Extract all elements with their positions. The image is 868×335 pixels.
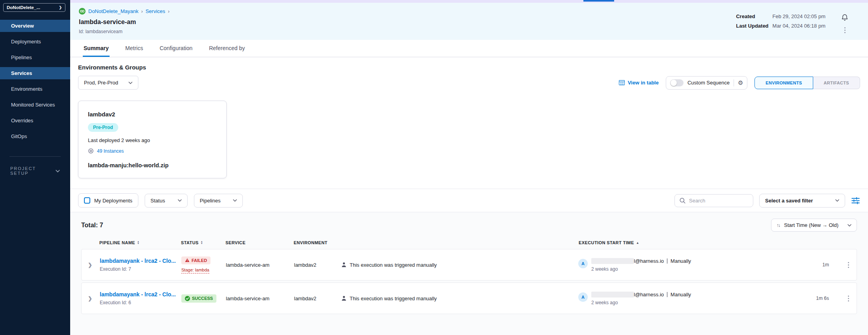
status-label: SUCCESS (192, 296, 213, 301)
instances-row: 49 Instances (88, 148, 217, 154)
status-filter-dropdown[interactable]: Status (145, 194, 188, 208)
triggered-by-line: l@harness.ioManually (591, 292, 691, 298)
updated-label: Last Updated (736, 23, 768, 29)
environments-right-controls: View in table Custom Sequence ⚙ ENVIRONM… (619, 76, 860, 90)
trigger-text: This execution was triggered manually (350, 262, 437, 268)
divider (734, 79, 734, 86)
row-service: lambda-service-am (226, 262, 294, 268)
custom-sequence-toggle[interactable] (670, 79, 684, 86)
chevron-right-icon: ❯ (59, 6, 62, 9)
segment-artifacts[interactable]: ARTIFACTS (813, 77, 860, 89)
expand-chevron-icon[interactable]: ❯ (88, 262, 92, 268)
breadcrumb-separator: › (168, 9, 170, 14)
tab-summary[interactable]: Summary (83, 40, 110, 57)
failed-stage-link[interactable]: Stage: lambda (181, 268, 209, 273)
sort-dropdown[interactable]: ↑↓ Start Time (New → Old) (771, 219, 857, 232)
project-selector[interactable]: DoNotDelete_... ❯ (3, 3, 65, 12)
segment-environments[interactable]: ENVIRONMENTS (754, 77, 813, 89)
env-artifacts-segmented-control: ENVIRONMENTS ARTIFACTS (754, 77, 860, 89)
service-id: Id: lambdaserviceam (79, 29, 170, 34)
main-content: DoNotDelete_Mayank › Services › lambda-s… (70, 0, 868, 335)
sidebar-item-overrides[interactable]: Overrides (0, 114, 70, 127)
tab-metrics[interactable]: Metrics (125, 40, 144, 57)
environments-section-title: Environments & Groups (78, 64, 860, 71)
sidebar-item-monitored-services[interactable]: Monitored Services (0, 99, 70, 111)
column-label: ENVIRONMENT (294, 240, 328, 245)
trigger-mode: Manually (671, 292, 691, 298)
my-deployments-label: My Deployments (94, 198, 132, 204)
pipeline-name-link[interactable]: lambdamayank - lrca2 - Clo... (100, 291, 179, 298)
sort-label: Start Time (New → Old) (784, 222, 838, 228)
column-execution-start-time[interactable]: EXECUTION START TIME ▲ (579, 240, 799, 245)
triggered-by-line: l@harness.ioManually (591, 258, 691, 264)
column-environment: ENVIRONMENT (294, 240, 341, 245)
sort-icon: ▲▼ (201, 241, 203, 245)
user-email: l@harness.io (634, 258, 664, 264)
avatar[interactable]: A (578, 292, 588, 302)
search-box (674, 194, 753, 207)
chevron-down-icon (848, 224, 851, 226)
environments-section: Environments & Groups Prod, Pre-Prod (70, 57, 868, 189)
row-more-menu-icon[interactable] (847, 261, 850, 269)
breadcrumb-project-link[interactable]: DoNotDelete_Mayank (88, 8, 138, 14)
redacted-username (591, 292, 634, 298)
instances-link[interactable]: 49 Instances (97, 148, 124, 154)
status-badge-failed: FAILED (181, 256, 210, 264)
page-title: lambda-service-am (79, 19, 170, 26)
breadcrumb-services-link[interactable]: Services (145, 8, 165, 14)
execution-start-info: A l@harness.ioManually 2 weeks ago (578, 258, 799, 272)
tab-referenced-by[interactable]: Referenced by (208, 40, 246, 57)
view-in-table-label: View in table (628, 80, 659, 86)
gear-icon[interactable]: ⚙ (738, 80, 743, 86)
chevron-down-icon (56, 170, 60, 172)
tab-configuration[interactable]: Configuration (159, 40, 193, 57)
column-pipeline-name[interactable]: PIPELINE NAME ▲▼ (99, 240, 181, 245)
column-status[interactable]: STATUS ▲▼ (181, 240, 225, 245)
sidebar-item-services[interactable]: Services (0, 67, 70, 79)
sidebar-divider (9, 156, 61, 157)
execution-row[interactable]: ❯ lambdamayank - lrca2 - Clo... Executio… (81, 283, 857, 314)
project-setup-label: PROJECT SETUP (10, 166, 56, 176)
notification-bell-icon[interactable] (841, 14, 848, 22)
pipelines-filter-dropdown[interactable]: Pipelines (194, 194, 243, 208)
page-header: DoNotDelete_Mayank › Services › lambda-s… (70, 3, 868, 40)
my-deployments-filter[interactable]: My Deployments (78, 193, 138, 208)
execution-row[interactable]: ❯ lambdamayank - lrca2 - Clo... Executio… (81, 249, 857, 281)
pipeline-name-link[interactable]: lambdamayank - lrca2 - Clo... (100, 258, 179, 264)
filter-sliders-icon[interactable] (851, 197, 860, 204)
last-deployed-text: Last deployed 2 weeks ago (88, 137, 217, 143)
project-selector-label: DoNotDelete_... (7, 5, 40, 10)
sidebar-item-gitops[interactable]: GitOps (0, 130, 70, 142)
environment-filter-dropdown[interactable]: Prod, Pre-Prod (78, 76, 138, 90)
saved-filter-dropdown[interactable]: Select a saved filter (759, 194, 845, 208)
my-deployments-checkbox[interactable] (84, 197, 90, 204)
sidebar-item-pipelines[interactable]: Pipelines (0, 51, 70, 64)
sidebar-item-deployments[interactable]: Deployments (0, 36, 70, 48)
header-left: DoNotDelete_Mayank › Services › lambda-s… (79, 8, 170, 34)
row-service: lambda-service-am (226, 296, 294, 301)
artifact-name: lambda-manju:hello-world.zip (88, 162, 217, 168)
breadcrumb-separator: › (141, 9, 143, 14)
time-ago: 2 weeks ago (591, 266, 691, 272)
environment-card[interactable]: lambdav2 Pre-Prod Last deployed 2 weeks … (78, 101, 227, 178)
sidebar-item-environments[interactable]: Environments (0, 83, 70, 95)
search-input[interactable] (689, 198, 748, 204)
service-meta: Created Feb 29, 2024 02:05 pm Last Updat… (736, 13, 825, 34)
divider (667, 292, 667, 297)
avatar[interactable]: A (578, 259, 588, 268)
sidebar-item-overview[interactable]: Overview (0, 20, 70, 32)
trigger-info: This execution was triggered manually (341, 262, 578, 268)
person-icon (341, 296, 346, 301)
row-more-menu-icon[interactable] (847, 295, 850, 302)
column-label: PIPELINE NAME (99, 240, 135, 245)
status-label: FAILED (192, 258, 207, 263)
cd-module-icon (79, 8, 86, 15)
expand-chevron-icon[interactable]: ❯ (88, 296, 92, 301)
sidebar-project-setup[interactable]: PROJECT SETUP (0, 166, 70, 176)
sidebar-nav: Overview Deployments Pipelines Services … (0, 20, 70, 146)
chevron-down-icon (178, 199, 182, 202)
view-in-table-link[interactable]: View in table (619, 80, 659, 86)
environment-filter-value: Prod, Pre-Prod (84, 80, 118, 86)
header-more-menu-icon[interactable] (844, 26, 846, 34)
execution-start-info: A l@harness.ioManually 2 weeks ago (578, 292, 799, 305)
